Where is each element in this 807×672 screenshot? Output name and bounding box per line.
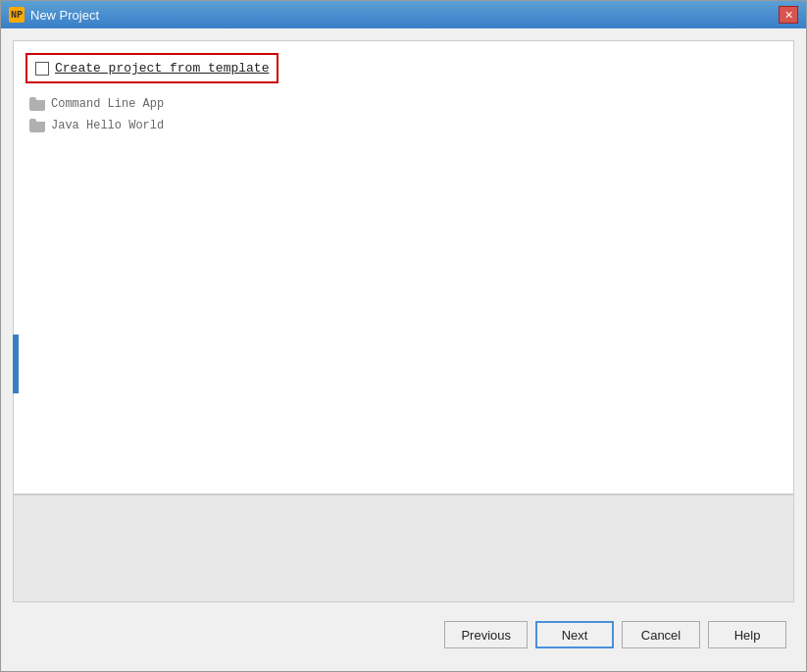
new-project-window: NP New Project ✕ Create project from tem…	[0, 0, 807, 672]
template-list: Command Line App Java Hello World	[25, 95, 782, 134]
help-button[interactable]: Help	[708, 621, 786, 648]
title-bar-left: NP New Project	[9, 7, 99, 23]
template-name-java-hello: Java Hello World	[51, 119, 164, 132]
create-from-template-row[interactable]: Create project from template	[25, 53, 278, 83]
title-bar: NP New Project ✕	[1, 1, 806, 28]
scroll-indicator	[13, 335, 19, 393]
content-area: Create project from template Command Lin…	[1, 28, 806, 671]
window-icon: NP	[9, 7, 25, 23]
next-button[interactable]: Next	[535, 621, 614, 648]
previous-button[interactable]: Previous	[444, 621, 528, 648]
description-panel	[13, 494, 794, 602]
main-wrapper: Create project from template Command Lin…	[13, 40, 794, 602]
template-item-java-hello[interactable]: Java Hello World	[25, 117, 782, 134]
create-from-template-checkbox[interactable]	[35, 62, 49, 76]
window-title: New Project	[30, 8, 99, 23]
close-button[interactable]: ✕	[779, 6, 798, 24]
template-item-command-line[interactable]: Command Line App	[25, 95, 782, 113]
folder-icon-command-line	[29, 97, 45, 111]
main-panel: Create project from template Command Lin…	[13, 40, 794, 494]
template-name-command-line: Command Line App	[51, 97, 164, 111]
create-from-template-label: Create project from template	[55, 61, 269, 76]
folder-icon-java-hello	[29, 119, 45, 132]
cancel-button[interactable]: Cancel	[622, 621, 700, 648]
button-bar: Previous Next Cancel Help	[13, 610, 794, 659]
